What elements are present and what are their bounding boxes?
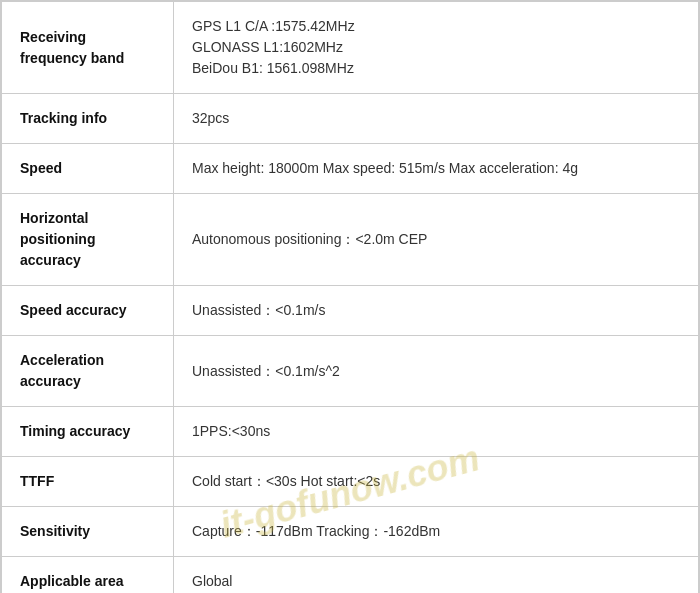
- row-value-8: Capture：-117dBm Tracking：-162dBm: [174, 507, 699, 557]
- value-line: GLONASS L1:1602MHz: [192, 39, 343, 55]
- row-value-7: Cold start：<30s Hot start:<2s: [174, 457, 699, 507]
- row-label-8: Sensitivity: [2, 507, 174, 557]
- specs-table: Receiving frequency bandGPS L1 C/A :1575…: [0, 0, 700, 593]
- row-value-5: Unassisted：<0.1m/s^2: [174, 336, 699, 407]
- table-row: Horizontal positioning accuracyAutonomou…: [2, 194, 699, 286]
- table-row: SpeedMax height: 18000m Max speed: 515m/…: [2, 144, 699, 194]
- table-row: Speed accuracyUnassisted：<0.1m/s: [2, 286, 699, 336]
- table-row: SensitivityCapture：-117dBm Tracking：-162…: [2, 507, 699, 557]
- row-label-4: Speed accuracy: [2, 286, 174, 336]
- value-line: BeiDou B1: 1561.098MHz: [192, 60, 354, 76]
- row-value-4: Unassisted：<0.1m/s: [174, 286, 699, 336]
- row-label-1: Tracking info: [2, 94, 174, 144]
- row-label-5: Acceleration accuracy: [2, 336, 174, 407]
- table-row: TTFFCold start：<30s Hot start:<2s: [2, 457, 699, 507]
- row-value-2: Max height: 18000m Max speed: 515m/s Max…: [174, 144, 699, 194]
- row-value-0: GPS L1 C/A :1575.42MHzGLONASS L1:1602MHz…: [174, 2, 699, 94]
- row-value-1: 32pcs: [174, 94, 699, 144]
- row-label-0: Receiving frequency band: [2, 2, 174, 94]
- row-label-3: Horizontal positioning accuracy: [2, 194, 174, 286]
- row-value-9: Global: [174, 557, 699, 594]
- row-label-7: TTFF: [2, 457, 174, 507]
- table-row: Timing accuracy1PPS:<30ns: [2, 407, 699, 457]
- table-row: Applicable areaGlobal: [2, 557, 699, 594]
- value-line: GPS L1 C/A :1575.42MHz: [192, 18, 355, 34]
- row-label-6: Timing accuracy: [2, 407, 174, 457]
- table-row: Tracking info32pcs: [2, 94, 699, 144]
- row-value-6: 1PPS:<30ns: [174, 407, 699, 457]
- table-row: Receiving frequency bandGPS L1 C/A :1575…: [2, 2, 699, 94]
- table-row: Acceleration accuracyUnassisted：<0.1m/s^…: [2, 336, 699, 407]
- row-label-9: Applicable area: [2, 557, 174, 594]
- row-value-3: Autonomous positioning：<2.0m CEP: [174, 194, 699, 286]
- row-label-2: Speed: [2, 144, 174, 194]
